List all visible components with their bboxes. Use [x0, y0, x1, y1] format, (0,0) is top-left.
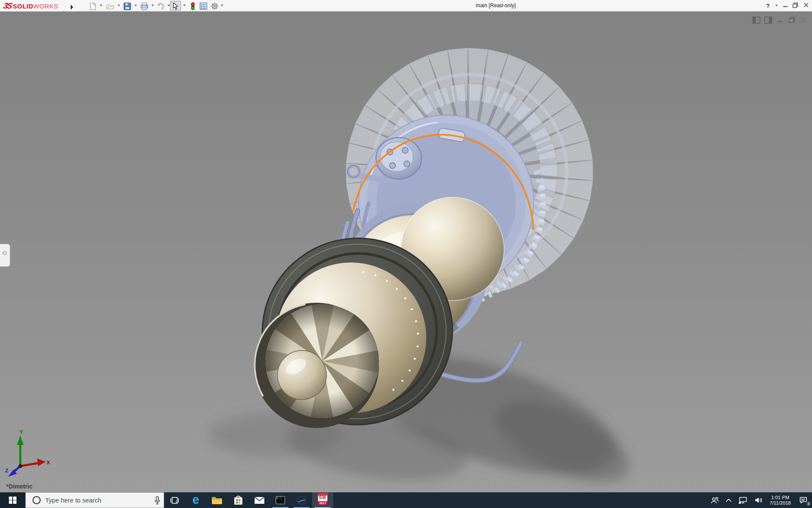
doc-minimize-button[interactable] — [776, 17, 784, 25]
taskbar-app-solidworks[interactable]: SW 2017 — [312, 492, 333, 508]
orientation-triad: Y X Z — [4, 430, 51, 480]
taskbar-app-file-explorer[interactable] — [206, 492, 228, 508]
close-icon — [804, 3, 809, 8]
doc-restore-button[interactable] — [788, 17, 796, 25]
options-caret[interactable] — [221, 5, 223, 6]
hidden-icons-button[interactable] — [722, 492, 735, 508]
open-folder-icon — [106, 3, 115, 10]
select-cursor-icon — [173, 3, 178, 10]
people-button[interactable] — [707, 492, 722, 508]
start-button[interactable] — [0, 492, 25, 508]
restore-icon — [793, 3, 798, 8]
options-gear-icon — [211, 2, 219, 10]
title-bar: 3SSOLIDWORKS main [Read-only] ? — [0, 0, 812, 11]
new-document-caret[interactable] — [100, 5, 102, 6]
network-button[interactable] — [735, 492, 751, 508]
taskbar-app-hexagon[interactable] — [291, 492, 312, 508]
taskbar-app-microsoft-edge[interactable]: e — [185, 492, 206, 508]
restore-button[interactable] — [790, 0, 800, 11]
volume-button[interactable] — [751, 492, 766, 508]
display-settings-icon — [200, 3, 207, 10]
system-tray: 1:01 PM 7/11/2018 3 — [707, 492, 812, 508]
triad-y-label: Y — [19, 430, 23, 435]
windows-taskbar: e C:\ SW 2017 — [0, 492, 812, 508]
file-explorer-icon — [211, 496, 222, 505]
model-window-controls — [752, 17, 808, 26]
options-gear-button[interactable] — [209, 1, 220, 11]
taskbar-app-mail[interactable] — [249, 492, 270, 508]
select-button[interactable] — [170, 1, 181, 11]
rebuild-traffic-light-icon — [190, 2, 195, 10]
close-button[interactable] — [801, 0, 811, 11]
new-document-icon — [90, 3, 96, 10]
mail-icon — [254, 497, 265, 504]
select-caret[interactable] — [183, 5, 186, 6]
notification-badge: 3 — [806, 501, 811, 506]
display-settings-button[interactable] — [198, 1, 209, 11]
triad-z-label: Z — [5, 467, 8, 474]
undo-arrow-icon — [156, 3, 165, 10]
speaker-icon — [754, 497, 763, 504]
doc-close-icon — [801, 17, 807, 23]
triad-x-label: X — [47, 459, 50, 466]
open-caret[interactable] — [118, 5, 120, 6]
chevron-up-icon — [726, 498, 732, 502]
microphone-icon[interactable] — [154, 496, 160, 505]
graphics-viewport[interactable]: Y X Z *Dimetric — [0, 12, 812, 492]
print-button[interactable] — [139, 1, 150, 11]
save-caret[interactable] — [134, 5, 137, 6]
new-document-button[interactable] — [88, 1, 99, 11]
collapsed-panel-tab[interactable] — [0, 244, 10, 267]
save-button[interactable] — [122, 1, 133, 11]
print-icon — [140, 3, 148, 10]
taskbar-app-microsoft-store[interactable] — [228, 492, 249, 508]
people-icon — [710, 497, 719, 504]
shaft-hub — [277, 351, 326, 400]
help-button[interactable]: ? — [763, 0, 773, 11]
rebuild-traffic-light-button[interactable] — [187, 1, 198, 11]
cortana-icon — [33, 496, 41, 504]
edge-icon: e — [192, 494, 199, 506]
print-caret[interactable] — [151, 5, 154, 6]
minimize-icon — [783, 3, 788, 8]
hexagon-app-icon — [296, 495, 307, 505]
command-prompt-icon: C:\ — [276, 496, 285, 504]
left-pane-icon — [752, 17, 760, 24]
microsoft-store-icon — [233, 495, 243, 505]
flyout-arrow-icon — [70, 5, 74, 10]
clock-time: 1:01 PM — [770, 495, 791, 500]
right-pane-icon — [764, 17, 772, 24]
network-icon — [738, 497, 748, 504]
search-input[interactable] — [44, 496, 154, 504]
doc-close-button[interactable] — [800, 17, 808, 25]
open-button[interactable] — [105, 1, 116, 11]
brand-glyph-icon: 3S — [3, 1, 13, 11]
clock-date: 7/11/2018 — [770, 500, 791, 506]
minimize-button[interactable] — [781, 0, 790, 11]
save-floppy-icon — [123, 3, 131, 10]
undo-button[interactable] — [155, 1, 166, 11]
action-center-button[interactable]: 3 — [794, 492, 812, 508]
task-view-icon — [170, 497, 179, 504]
window-title: main [Read-only] — [476, 3, 516, 8]
taskbar-clock[interactable]: 1:01 PM 7/11/2018 — [766, 495, 794, 506]
solidworks-logo: 3SSOLIDWORKS — [0, 0, 63, 11]
help-caret[interactable] — [775, 5, 778, 6]
show-right-pane-button[interactable] — [764, 17, 772, 25]
panel-tab-handle-icon — [3, 251, 7, 255]
taskbar-app-command-prompt[interactable]: C:\ — [270, 492, 291, 508]
doc-restore-icon — [788, 17, 796, 23]
menu-flyout-button[interactable] — [68, 0, 76, 11]
jet-engine-model[interactable] — [0, 12, 812, 492]
windows-logo-icon — [9, 497, 16, 504]
doc-minimize-icon — [777, 17, 784, 23]
view-orientation-label: *Dimetric — [6, 483, 32, 490]
taskbar-search[interactable] — [25, 492, 164, 508]
task-view-button[interactable] — [164, 492, 185, 508]
solidworks-2017-icon: SW 2017 — [317, 495, 328, 506]
show-left-pane-button[interactable] — [752, 17, 760, 25]
